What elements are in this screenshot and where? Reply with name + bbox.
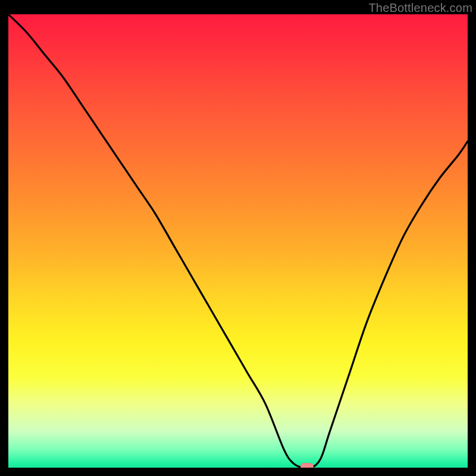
bottleneck-curve [8, 14, 468, 468]
chart-frame: TheBottleneck.com [0, 0, 476, 476]
optimum-marker [300, 463, 314, 468]
curve-path [8, 14, 468, 468]
plot-area [8, 14, 468, 468]
watermark-text: TheBottleneck.com [368, 1, 472, 15]
